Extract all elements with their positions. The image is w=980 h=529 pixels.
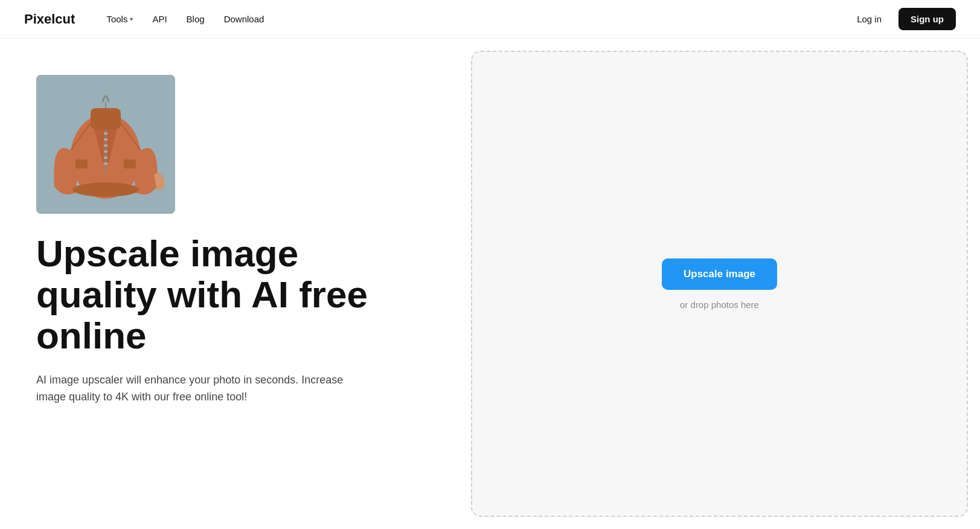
- svg-rect-8: [104, 162, 107, 165]
- auth-buttons: Log in Sign up: [847, 8, 956, 30]
- login-button[interactable]: Log in: [847, 9, 891, 29]
- svg-rect-14: [75, 159, 88, 168]
- svg-rect-10: [91, 108, 121, 129]
- drop-text: or drop photos here: [680, 300, 759, 310]
- signup-button[interactable]: Sign up: [898, 8, 956, 30]
- svg-rect-7: [104, 156, 107, 159]
- hero-title: Upscale image quality with AI free onlin…: [36, 233, 386, 357]
- upload-section: Upscale image or drop photos here: [471, 39, 980, 529]
- header: Pixelcut Tools ▾ API Blog Download Log i…: [0, 0, 980, 39]
- logo[interactable]: Pixelcut: [24, 11, 75, 27]
- hero-description: AI image upscaler will enhance your phot…: [36, 371, 374, 406]
- nav-tools[interactable]: Tools ▾: [99, 9, 140, 29]
- hero-section: Upscale image quality with AI free onlin…: [0, 39, 471, 529]
- upscale-button[interactable]: Upscale image: [662, 258, 777, 290]
- svg-point-9: [72, 182, 139, 197]
- upload-dropzone[interactable]: Upscale image or drop photos here: [471, 51, 968, 517]
- nav-api[interactable]: API: [145, 9, 174, 29]
- nav-download[interactable]: Download: [217, 9, 272, 29]
- svg-rect-4: [104, 138, 107, 141]
- nav-blog[interactable]: Blog: [179, 9, 212, 29]
- svg-rect-3: [104, 132, 107, 135]
- svg-rect-5: [104, 144, 107, 147]
- chevron-down-icon: ▾: [130, 16, 133, 22]
- product-image: [36, 75, 175, 214]
- svg-rect-6: [104, 150, 107, 153]
- main-nav: Tools ▾ API Blog Download: [99, 9, 847, 29]
- main-content: Upscale image quality with AI free onlin…: [0, 39, 980, 529]
- svg-rect-15: [124, 159, 136, 168]
